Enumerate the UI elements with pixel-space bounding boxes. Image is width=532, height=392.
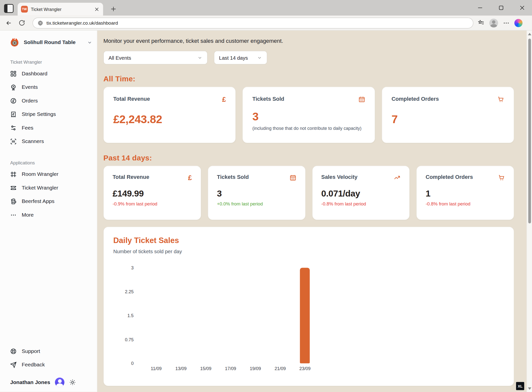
org-switcher[interactable]: Solihull Round Table [9, 37, 92, 48]
beer-mug-icon [10, 198, 17, 204]
profile-avatar[interactable] [489, 18, 498, 27]
close-button[interactable] [518, 4, 526, 11]
new-tab-button[interactable] [109, 5, 117, 13]
tab-close-icon[interactable] [94, 6, 100, 12]
sidebar-item-events[interactable]: Events [0, 80, 97, 94]
y-tick: 2.25 [125, 289, 134, 294]
org-name: Solihull Round Table [24, 39, 83, 46]
sidebar-item-room-wrangler[interactable]: Room Wrangler [0, 167, 97, 181]
back-icon[interactable] [4, 18, 13, 28]
sidebar-item-label: Orders [22, 98, 38, 104]
stat-card-tickets-sold-alltime: Tickets Sold 3 (including those that do … [243, 87, 375, 143]
card-label: Completed Orders [426, 174, 473, 180]
pound-icon: £ [188, 174, 192, 181]
chevron-down-icon [257, 55, 262, 60]
sidebar-item-scanners[interactable]: Scanners [0, 135, 97, 148]
x-axis: 11/09 13/09 15/09 17/09 19/09 21/09 23/0… [144, 366, 318, 371]
sidebar-item-ticket-wrangler[interactable]: Ticket Wrangler [0, 181, 97, 195]
sidebar-item-label: Stripe Settings [22, 111, 56, 117]
stat-card-completed-orders-14d: Completed Orders 1 -0.8% from last perio… [417, 166, 514, 220]
stat-card-sales-velocity-14d: Sales Velocity 0.071/day -0.8% from last… [312, 166, 410, 220]
url-text: tix.ticketwrangler.co.uk/dashboard [47, 20, 118, 26]
all-time-heading: All Time: [104, 75, 514, 83]
settings-more-icon[interactable] [503, 19, 510, 26]
globe-icon [38, 20, 43, 26]
sidebar-item-orders[interactable]: Orders [0, 94, 97, 107]
maximize-button[interactable] [497, 4, 505, 11]
sidebar-item-label: Scanners [22, 138, 44, 145]
sidebar-item-feedback[interactable]: Feedback [0, 358, 97, 372]
x-tick: 13/09 [168, 366, 193, 371]
browser-tab[interactable]: TW Ticket Wrangler [18, 3, 103, 16]
favicon: TW [21, 6, 28, 12]
sidebar-item-label: Support [22, 348, 40, 354]
sidebar-item-fees[interactable]: Fees [0, 121, 97, 135]
card-label: Tickets Sold [252, 96, 284, 102]
title-bar: TW Ticket Wrangler [0, 0, 532, 16]
calendar-icon [358, 96, 365, 103]
card-delta: -0.8% from last period [321, 201, 401, 206]
url-bar[interactable]: tix.ticketwrangler.co.uk/dashboard [33, 17, 473, 28]
sidebar-item-label: Room Wrangler [22, 171, 58, 177]
favorites-icon[interactable] [478, 19, 485, 27]
daily-ticket-sales-chart: Daily Ticket Sales Number of tickets sol… [104, 227, 514, 386]
x-tick: 15/09 [193, 366, 218, 371]
browser-toolbar: tix.ticketwrangler.co.uk/dashboard [0, 16, 532, 31]
scrollbar [527, 31, 532, 392]
date-range-select[interactable]: Last 14 days [214, 51, 267, 64]
browser-window: TW Ticket Wrangler [0, 0, 532, 392]
plot-area [144, 268, 318, 363]
sidebar-item-label: Fees [22, 125, 33, 131]
card-delta: -0.8% from last period [426, 201, 505, 206]
tab-actions-icon[interactable] [4, 4, 13, 13]
user-avatar[interactable] [55, 378, 64, 387]
card-delta: -0.9% from last period [112, 201, 192, 206]
sidebar-item-label: Feedback [22, 362, 45, 368]
y-tick: 1.5 [127, 313, 134, 318]
scroll-up-icon[interactable] [528, 33, 532, 35]
scrollbar-thumb[interactable] [528, 39, 531, 223]
chart-subtitle: Number of tickets sold per day [113, 248, 504, 254]
y-tick: 3 [131, 265, 134, 270]
user-row: Jonathan Jones [0, 378, 97, 387]
chevron-down-icon [87, 40, 92, 45]
copilot-icon[interactable] [514, 19, 523, 27]
sidebar-item-label: More [22, 212, 34, 218]
x-tick: 11/09 [144, 366, 169, 371]
org-logo-icon [9, 37, 20, 48]
x-tick: 17/09 [218, 366, 243, 371]
scroll-down-icon[interactable] [528, 388, 532, 390]
card-value: £149.99 [112, 189, 192, 199]
cart-icon [498, 174, 505, 181]
x-tick: 23/09 [293, 366, 318, 371]
refresh-icon[interactable] [17, 18, 26, 28]
ticket-check-icon [10, 185, 17, 191]
sidebar-item-label: Ticket Wrangler [22, 185, 58, 191]
stat-card-total-revenue-14d: Total Revenue £ £149.99 -0.9% from last … [104, 166, 201, 220]
section-label-ticket-wrangler: Ticket Wrangler [10, 60, 97, 65]
stat-card-tickets-sold-14d: Tickets Sold 3 +0.0% from last period [208, 166, 305, 220]
life-buoy-icon [10, 348, 17, 354]
card-label: Total Revenue [112, 174, 149, 180]
card-label: Total Revenue [113, 96, 150, 102]
card-value: 7 [391, 113, 504, 126]
chevron-down-icon [197, 55, 202, 60]
sidebar-item-dashboard[interactable]: Dashboard [0, 67, 97, 80]
dashboard-content: Monitor your event performance, ticket s… [97, 31, 532, 392]
stat-card-completed-orders-alltime: Completed Orders 7 [382, 87, 514, 143]
theme-toggle-sun-icon[interactable] [69, 379, 76, 386]
sidebar-item-support[interactable]: Support [0, 344, 97, 358]
chart-bar [300, 268, 310, 363]
intro-text: Monitor your event performance, ticket s… [104, 38, 514, 44]
pound-icon: £ [222, 96, 226, 103]
minimize-button[interactable] [477, 4, 484, 11]
cart-icon [497, 96, 504, 103]
event-filter-select[interactable]: All Events [104, 51, 208, 64]
sidebar-item-beerfest-apps[interactable]: Beerfest Apps [0, 195, 97, 208]
dashboard-icon [10, 70, 17, 77]
sidebar-item-more[interactable]: More [0, 208, 97, 222]
stat-card-total-revenue-alltime: Total Revenue £ £2,243.82 [104, 87, 236, 143]
sidebar-item-stripe-settings[interactable]: Stripe Settings [0, 107, 97, 121]
x-tick: 19/09 [243, 366, 268, 371]
sidebar-item-label: Beerfest Apps [22, 198, 54, 204]
